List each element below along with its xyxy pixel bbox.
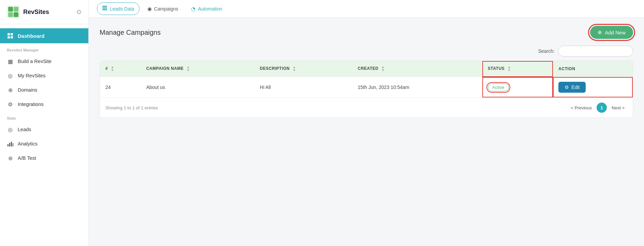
sort-icon-status: ▲▼ [508, 66, 511, 72]
svg-rect-4 [14, 12, 18, 17]
tab-campaigns[interactable]: ◉ Campaigns [142, 3, 184, 15]
main-content: Leads Data ◉ Campaigns ◔ Automation Mana… [89, 0, 644, 246]
cell-description: Hi All [254, 77, 352, 98]
sidebar: RevSites ⊙ Dashboard Revsites Manager ▦ … [0, 0, 89, 246]
svg-rect-5 [8, 33, 10, 35]
sidebar-item-label: A/B Test [18, 155, 36, 161]
cell-num: 24 [100, 77, 141, 98]
automation-tab-icon: ◔ [191, 6, 195, 12]
table-row: 24 About us Hi All 15th Jun, 2023 10:54a… [100, 77, 633, 98]
col-status: STATUS ▲▼ [482, 61, 553, 77]
sort-icon-created: ▲▼ [381, 66, 384, 72]
leads-icon: ◎ [7, 126, 14, 133]
logo-text: RevSites [23, 9, 49, 16]
svg-rect-9 [8, 144, 9, 147]
tab-leads-data-label: Leads Data [110, 6, 134, 12]
svg-rect-3 [8, 12, 13, 17]
sort-icon-campaign: ▲▼ [187, 66, 190, 72]
edit-label: Edit [571, 84, 580, 90]
showing-text: Showing 1 to 1 of 1 entries [105, 105, 158, 110]
sidebar-item-integrations[interactable]: ⚙ Integrations [0, 97, 88, 111]
tab-automation-label: Automation [198, 6, 222, 12]
col-description: DESCRIPTION ▲▼ [254, 61, 352, 77]
search-label: Search: [538, 48, 555, 54]
col-created: CREATED ▲▼ [352, 61, 482, 77]
cell-created: 15th Jun, 2023 10:54am [352, 77, 482, 98]
svg-rect-7 [8, 36, 10, 39]
svg-rect-11 [11, 142, 12, 147]
sidebar-item-build-revsite[interactable]: ▦ Build a RevSite [0, 54, 88, 68]
notification-icon[interactable]: ⊙ [76, 8, 82, 16]
cell-campaign-name: About us [141, 77, 254, 98]
add-new-label: Add New [605, 30, 626, 35]
search-input[interactable] [558, 46, 633, 57]
sidebar-item-dashboard[interactable]: Dashboard [0, 28, 88, 43]
sidebar-item-label: My RevSites [18, 73, 45, 78]
col-campaign-name: CAMPAIGN NAME ▲▼ [141, 61, 254, 77]
pagination-current[interactable]: 1 [597, 103, 607, 113]
page-title: Manage Campaigns [100, 29, 161, 36]
status-badge: Active [488, 83, 509, 91]
svg-rect-6 [11, 33, 13, 35]
svg-rect-10 [9, 143, 10, 147]
svg-rect-8 [11, 36, 13, 39]
sidebar-logo: RevSites ⊙ [0, 0, 88, 24]
sidebar-item-label: Analytics [18, 141, 38, 147]
cell-action: ⚙ Edit [553, 77, 633, 98]
sidebar-item-leads[interactable]: ◎ Leads [0, 122, 88, 137]
sidebar-nav: Dashboard Revsites Manager ▦ Build a Rev… [0, 24, 88, 169]
tab-campaigns-label: Campaigns [154, 6, 178, 12]
dashboard-label: Dashboard [18, 33, 44, 39]
svg-rect-15 [102, 9, 107, 10]
campaigns-tab-icon: ◉ [147, 6, 152, 12]
svg-rect-1 [8, 7, 13, 12]
tab-leads-data[interactable]: Leads Data [97, 2, 140, 15]
revsites-logo-icon [7, 5, 20, 18]
add-new-icon: ⊕ [598, 29, 602, 35]
sidebar-item-label: Leads [18, 127, 31, 132]
content-header: Manage Campaigns ⊕ Add New [100, 26, 633, 39]
leads-data-tab-icon [102, 5, 107, 12]
sidebar-item-ab-test[interactable]: ⊛ A/B Test [0, 151, 88, 165]
table-footer: Showing 1 to 1 of 1 entries < Previous 1… [100, 97, 633, 118]
add-new-button[interactable]: ⊕ Add New [590, 26, 633, 39]
sort-icon-num: ▲▼ [111, 66, 114, 72]
col-action: ACTION [553, 61, 633, 77]
svg-rect-12 [13, 143, 13, 147]
sidebar-item-label: Build a RevSite [18, 59, 52, 64]
domains-icon: ⊕ [7, 87, 14, 93]
sort-icon-description: ▲▼ [293, 66, 296, 72]
sidebar-item-label: Domains [18, 87, 37, 93]
pagination-next[interactable]: Next > [609, 104, 627, 112]
sidebar-section-stats: Stats [0, 111, 88, 122]
sidebar-item-analytics[interactable]: Analytics [0, 137, 88, 151]
dashboard-icon [7, 32, 14, 39]
campaigns-table-wrapper: # ▲▼ CAMPAIGN NAME ▲▼ DESCRIPTION ▲▼ C [100, 61, 633, 118]
integrations-icon: ⚙ [7, 101, 14, 108]
svg-rect-13 [102, 6, 107, 7]
cell-status: Active [482, 77, 553, 98]
my-revsites-icon: ◎ [7, 72, 14, 79]
sidebar-item-my-revsites[interactable]: ◎ My RevSites [0, 68, 88, 83]
col-num: # ▲▼ [100, 61, 141, 77]
analytics-icon [7, 140, 14, 147]
sidebar-item-label: Integrations [18, 102, 44, 107]
build-revsite-icon: ▦ [7, 58, 14, 65]
sidebar-section-manager: Revsites Manager [0, 43, 88, 54]
ab-test-icon: ⊛ [7, 155, 14, 162]
content-area: Manage Campaigns ⊕ Add New Search: # ▲▼ [89, 18, 644, 246]
pagination-prev[interactable]: < Previous [568, 104, 595, 112]
sidebar-item-domains[interactable]: ⊕ Domains [0, 83, 88, 97]
top-tabs: Leads Data ◉ Campaigns ◔ Automation [89, 0, 644, 18]
table-header-row: # ▲▼ CAMPAIGN NAME ▲▼ DESCRIPTION ▲▼ C [100, 61, 633, 77]
campaigns-table: # ▲▼ CAMPAIGN NAME ▲▼ DESCRIPTION ▲▼ C [100, 61, 633, 97]
svg-rect-2 [14, 7, 18, 12]
tab-automation[interactable]: ◔ Automation [186, 3, 227, 15]
svg-rect-14 [102, 7, 107, 9]
edit-button[interactable]: ⚙ Edit [558, 82, 586, 93]
edit-icon: ⚙ [565, 84, 569, 90]
pagination: < Previous 1 Next > [568, 103, 627, 113]
search-bar-row: Search: [100, 46, 633, 57]
